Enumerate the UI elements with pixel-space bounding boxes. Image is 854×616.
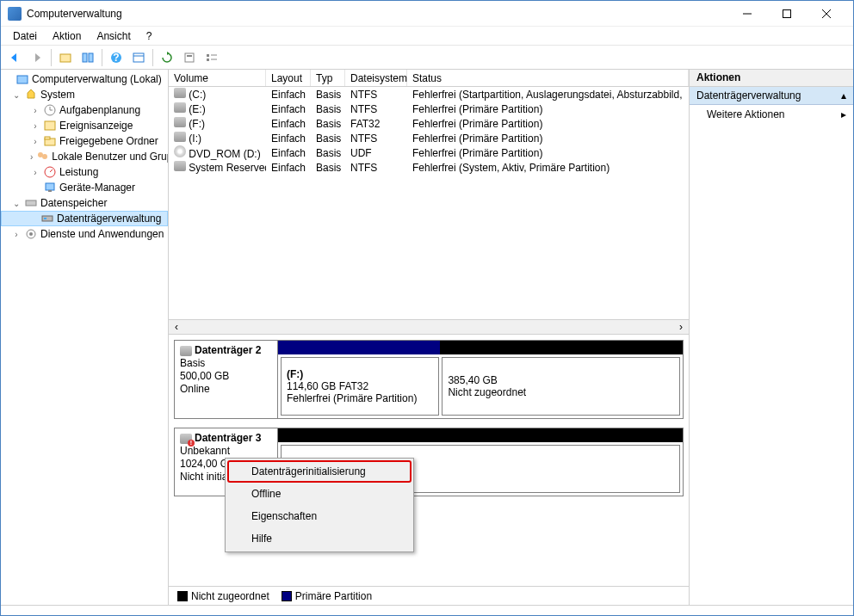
toolbar: ? — [1, 46, 853, 70]
back-button[interactable] — [4, 48, 25, 67]
tree-device-manager[interactable]: Geräte-Manager — [1, 180, 168, 195]
tree-services[interactable]: ›Dienste und Anwendungen — [1, 226, 168, 242]
tree-disk-management[interactable]: Datenträgerverwaltung — [1, 211, 168, 226]
volume-row[interactable]: System ReservedEinfachBasisNTFSFehlerfre… — [169, 160, 689, 175]
tree-root[interactable]: Computerverwaltung (Lokal) — [1, 71, 168, 87]
disk-icon — [174, 132, 186, 142]
disk-icon — [174, 102, 186, 113]
actions-pane: Aktionen Datenträgerverwaltung▴ Weitere … — [690, 70, 853, 605]
scroll-right-icon[interactable]: › — [673, 320, 689, 334]
tree-task-scheduler[interactable]: ›Aufgabenplanung — [1, 102, 168, 118]
menu-file[interactable]: Datei — [6, 28, 44, 45]
svg-rect-14 — [207, 59, 209, 61]
partition-header-primary — [278, 341, 440, 354]
svg-rect-9 — [133, 53, 144, 62]
partition-header-unallocated — [278, 428, 683, 442]
close-button[interactable] — [807, 1, 846, 27]
partition-header-unallocated — [440, 341, 683, 354]
svg-rect-11 — [185, 53, 194, 62]
refresh-button[interactable] — [157, 48, 177, 67]
svg-rect-29 — [48, 190, 52, 192]
svg-rect-31 — [42, 216, 53, 221]
svg-rect-5 — [83, 53, 87, 62]
svg-point-25 — [42, 154, 47, 159]
volume-row[interactable]: (C:)EinfachBasisNTFSFehlerfrei (Startpar… — [169, 87, 689, 102]
svg-rect-23 — [45, 137, 50, 139]
disk-icon: ! — [180, 434, 192, 444]
actions-more[interactable]: Weitere Aktionen▸ — [690, 105, 853, 124]
settings-button[interactable] — [179, 48, 200, 67]
maximize-button[interactable] — [767, 1, 807, 27]
volume-row[interactable]: (I:)EinfachBasisNTFSFehlerfrei (Primäre … — [169, 131, 689, 145]
svg-rect-17 — [17, 76, 28, 83]
svg-rect-28 — [46, 183, 54, 190]
volume-row[interactable]: DVD_ROM (D:)EinfachBasisUDFFehlerfrei (P… — [169, 145, 689, 160]
menu-view[interactable]: Ansicht — [90, 28, 137, 45]
menu-bar: Datei Aktion Ansicht ? — [1, 27, 853, 46]
collapse-icon: ▴ — [841, 89, 846, 102]
tree-event-viewer[interactable]: ›Ereignisanzeige — [1, 118, 168, 133]
disk-icon — [174, 161, 186, 171]
context-offline[interactable]: Offline — [227, 483, 412, 505]
show-hide-button[interactable] — [77, 48, 98, 67]
context-properties[interactable]: Eigenschaften — [227, 505, 412, 527]
svg-text:?: ? — [113, 52, 119, 64]
tree-storage[interactable]: ⌄Datenspeicher — [1, 195, 168, 211]
disk-icon — [180, 346, 192, 356]
col-filesystem[interactable]: Dateisystem — [345, 70, 407, 86]
cd-icon — [174, 145, 186, 157]
col-type[interactable]: Typ — [311, 70, 345, 86]
svg-point-34 — [29, 232, 33, 236]
svg-rect-6 — [89, 53, 93, 62]
scroll-left-icon[interactable]: ‹ — [169, 320, 184, 334]
legend: Nicht zugeordnet Primäre Partition — [169, 586, 689, 605]
col-status[interactable]: Status — [407, 70, 689, 86]
svg-rect-30 — [26, 200, 36, 206]
svg-rect-12 — [187, 55, 192, 57]
forward-button[interactable] — [27, 48, 47, 67]
up-button[interactable] — [55, 48, 76, 67]
title-bar: Computerverwaltung — [1, 1, 853, 27]
actions-header: Aktionen — [690, 70, 853, 87]
partition-f[interactable]: (F:) 114,60 GB FAT32 Fehlerfrei (Primäre… — [281, 357, 439, 416]
context-menu[interactable]: Datenträgerinitialisierung Offline Eigen… — [225, 458, 414, 552]
menu-action[interactable]: Aktion — [46, 28, 88, 45]
submenu-icon: ▸ — [841, 108, 846, 120]
help-button[interactable]: ? — [106, 48, 127, 67]
col-layout[interactable]: Layout — [266, 70, 311, 86]
properties-button[interactable] — [128, 48, 149, 67]
minimize-button[interactable] — [727, 1, 767, 27]
volume-list-header: Volume Layout Typ Dateisystem Status — [169, 70, 689, 87]
window-title: Computerverwaltung — [27, 8, 727, 20]
svg-rect-21 — [45, 121, 55, 130]
disk-row[interactable]: Datenträger 2 Basis 500,00 GB Online (F:… — [174, 340, 684, 419]
tree-system[interactable]: ⌄System — [1, 87, 168, 102]
context-help[interactable]: Hilfe — [227, 527, 412, 550]
list-button[interactable] — [201, 48, 222, 67]
context-initialize-disk[interactable]: Datenträgerinitialisierung — [227, 460, 412, 483]
partition-unallocated[interactable]: 385,40 GB Nicht zugeordnet — [442, 357, 680, 416]
volume-row[interactable]: (E:)EinfachBasisNTFSFehlerfrei (Primäre … — [169, 102, 689, 116]
disk-info[interactable]: Datenträger 2 Basis 500,00 GB Online — [175, 341, 278, 418]
svg-rect-13 — [207, 54, 209, 57]
disk-icon — [174, 88, 186, 98]
menu-help[interactable]: ? — [139, 28, 159, 45]
app-icon — [8, 7, 22, 21]
tree-performance[interactable]: ›Leistung — [1, 164, 168, 180]
horizontal-scrollbar[interactable]: ‹ › — [169, 319, 689, 335]
svg-rect-4 — [60, 54, 71, 62]
col-volume[interactable]: Volume — [169, 70, 266, 86]
volume-row[interactable]: (F:)EinfachBasisFAT32Fehlerfrei (Primäre… — [169, 116, 689, 131]
tree-shared-folders[interactable]: ›Freigegebene Ordner — [1, 133, 168, 149]
tree-local-users[interactable]: ›Lokale Benutzer und Gruppen — [1, 149, 168, 164]
legend-swatch-unallocated — [177, 591, 188, 601]
svg-rect-32 — [44, 218, 46, 219]
legend-swatch-primary — [282, 591, 292, 601]
disk-icon — [174, 117, 186, 127]
svg-rect-1 — [783, 9, 791, 17]
volume-list[interactable]: (C:)EinfachBasisNTFSFehlerfrei (Startpar… — [169, 87, 689, 319]
status-bar — [1, 605, 853, 615]
nav-tree[interactable]: Computerverwaltung (Lokal) ⌄System ›Aufg… — [1, 70, 169, 605]
actions-section[interactable]: Datenträgerverwaltung▴ — [690, 87, 853, 105]
